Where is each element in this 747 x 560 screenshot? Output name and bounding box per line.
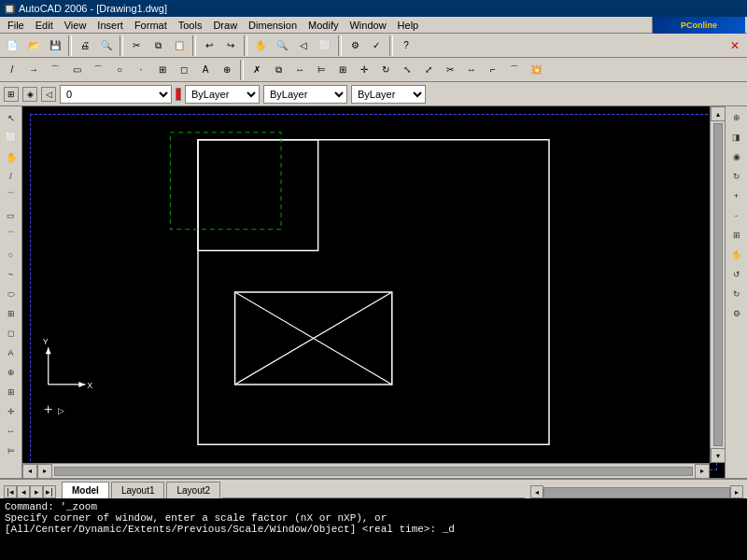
fillet-button[interactable]: ⌒ (504, 60, 525, 80)
text-draw-button[interactable]: A (195, 60, 216, 80)
point-button[interactable]: · (131, 60, 151, 80)
paste-button[interactable]: 📋 (169, 35, 190, 56)
menu-item-tools[interactable]: Tools (173, 19, 208, 32)
polyline-tool-button[interactable]: ⌒ (2, 187, 21, 205)
chamfer-button[interactable]: ⌐ (483, 60, 503, 80)
spline-tool-button[interactable]: ~ (2, 265, 21, 284)
layer-prev-button[interactable]: ◁ (41, 87, 56, 102)
command-window[interactable]: Command: '_zoom Specify corner of window… (0, 498, 747, 560)
zoom-in-tool-button[interactable]: + (727, 187, 746, 205)
help-button[interactable]: ? (396, 35, 416, 56)
tab-layout2[interactable]: Layout2 (166, 482, 220, 498)
lineweight-dropdown[interactable]: ByLayer (351, 85, 426, 104)
rectangle-draw-button[interactable]: ▭ (66, 60, 87, 80)
tab-prev-button[interactable]: ◂ (17, 485, 30, 498)
region-draw-button[interactable]: ◻ (174, 60, 194, 80)
move-tool-button[interactable]: ✛ (2, 402, 21, 421)
circle-tool-button[interactable]: ○ (2, 245, 21, 264)
pick-tool-button[interactable]: ↖ (2, 108, 21, 127)
insert-draw-button[interactable]: ⊕ (217, 60, 237, 80)
zoom-window-button[interactable]: ⬜ (315, 35, 335, 56)
arc-tool-button[interactable]: ⌒ (2, 226, 21, 245)
line-draw-button[interactable]: / (2, 60, 22, 80)
menu-item-draw[interactable]: Draw (207, 19, 243, 32)
line-tool-button[interactable]: / (2, 167, 21, 186)
offset-tool-button[interactable]: ⊨ (2, 441, 21, 460)
redo-button[interactable]: ↪ (220, 35, 241, 56)
array-button[interactable]: ⊞ (332, 60, 353, 80)
tab-next-button[interactable]: ▸ (30, 485, 43, 498)
layer-state-button[interactable]: ◈ (22, 87, 37, 102)
menu-item-view[interactable]: View (59, 19, 92, 32)
regen-tool-button[interactable]: ↻ (727, 285, 746, 303)
offset-button[interactable]: ⊨ (311, 60, 331, 80)
close-button[interactable]: ✕ (725, 35, 745, 56)
menu-item-modify[interactable]: Modify (303, 19, 344, 32)
zoom-out-tool-button[interactable]: - (727, 206, 746, 225)
zoom-extents-tool-button[interactable]: ⊞ (727, 226, 746, 245)
horizontal-scrollbar[interactable]: ◂ ▸ ▸ (22, 463, 710, 478)
ray-button[interactable]: → (23, 60, 44, 80)
ucs-tool-button[interactable]: ⊕ (727, 108, 746, 127)
extend-button[interactable]: ↔ (461, 60, 482, 80)
color-indicator[interactable] (176, 88, 181, 101)
3dorbit-tool-button[interactable]: ↻ (727, 167, 746, 186)
hatch-tool-button[interactable]: ⊞ (2, 304, 21, 323)
v-scroll-track[interactable] (713, 123, 723, 446)
shade-tool-button[interactable]: ◨ (727, 128, 746, 147)
arc-draw-button[interactable]: ⌒ (88, 60, 108, 80)
region-tool-button[interactable]: ◻ (2, 324, 21, 343)
tab-layout1[interactable]: Layout1 (111, 482, 165, 498)
scale-button[interactable]: ⤡ (397, 60, 417, 80)
scroll-right-button-2[interactable]: ▸ (695, 464, 710, 479)
obj-properties-tool-button[interactable]: ⚙ (727, 304, 746, 323)
explode-button[interactable]: 💥 (526, 60, 546, 80)
mirror-button[interactable]: ↔ (289, 60, 310, 80)
menu-item-insert[interactable]: Insert (92, 19, 129, 32)
menu-item-format[interactable]: Format (129, 19, 173, 32)
scroll-up-button[interactable]: ▴ (711, 106, 726, 121)
copy-obj-button[interactable]: ⧉ (268, 60, 289, 80)
rectangle-tool-button[interactable]: ▭ (2, 206, 21, 225)
menu-item-file[interactable]: File (2, 19, 30, 32)
trim-button[interactable]: ✂ (440, 60, 460, 80)
print-button[interactable]: 🖨 (75, 35, 95, 56)
undo-button[interactable]: ↩ (199, 35, 219, 56)
circle-draw-button[interactable]: ○ (109, 60, 130, 80)
polyline-draw-button[interactable]: ⌒ (45, 60, 65, 80)
scroll-right-button-1[interactable]: ▸ (37, 464, 52, 479)
rotate-button[interactable]: ↻ (375, 60, 396, 80)
matchprop-button[interactable]: ✓ (366, 35, 387, 56)
array-tool-button[interactable]: ⊞ (2, 383, 21, 401)
linetype-dropdown[interactable]: ByLayer (263, 85, 347, 104)
color-dropdown[interactable]: ByLayer (185, 85, 260, 104)
tab-model[interactable]: Model (62, 482, 109, 498)
render-tool-button[interactable]: ◉ (727, 147, 746, 166)
move-button[interactable]: ✛ (354, 60, 374, 80)
zoom-realtime-button[interactable]: 🔍 (272, 35, 292, 56)
open-button[interactable]: 📂 (23, 35, 44, 56)
erase-button[interactable]: ✗ (247, 60, 267, 80)
menu-item-window[interactable]: Window (344, 19, 391, 32)
h-scroll-track[interactable] (54, 467, 693, 476)
redraw-tool-button[interactable]: ↺ (727, 265, 746, 284)
menu-item-dimension[interactable]: Dimension (243, 19, 303, 32)
canvas-scroll-right[interactable]: ▸ (730, 485, 743, 498)
canvas-h-scroll[interactable] (543, 487, 730, 498)
cut-button[interactable]: ✂ (126, 35, 147, 56)
zoom-prev-button[interactable]: ◁ (293, 35, 314, 56)
canvas-scroll-left[interactable]: ◂ (530, 485, 543, 498)
scroll-left-button[interactable]: ◂ (22, 464, 37, 479)
new-button[interactable]: 📄 (2, 35, 22, 56)
pan-realtime-tool-button[interactable]: ✋ (2, 147, 21, 166)
ellipse-tool-button[interactable]: ⬭ (2, 285, 21, 303)
zoom-window-tool-button[interactable]: ⬜ (2, 128, 21, 147)
menu-item-help[interactable]: Help (392, 19, 425, 32)
insert-block-tool-button[interactable]: ⊕ (2, 363, 21, 382)
copy-button[interactable]: ⧉ (148, 35, 168, 56)
menu-item-edit[interactable]: Edit (30, 19, 59, 32)
mirror-tool-button[interactable]: ↔ (2, 422, 21, 441)
print-preview-button[interactable]: 🔍 (96, 35, 117, 56)
save-button[interactable]: 💾 (45, 35, 65, 56)
scroll-down-button[interactable]: ▾ (711, 448, 726, 463)
